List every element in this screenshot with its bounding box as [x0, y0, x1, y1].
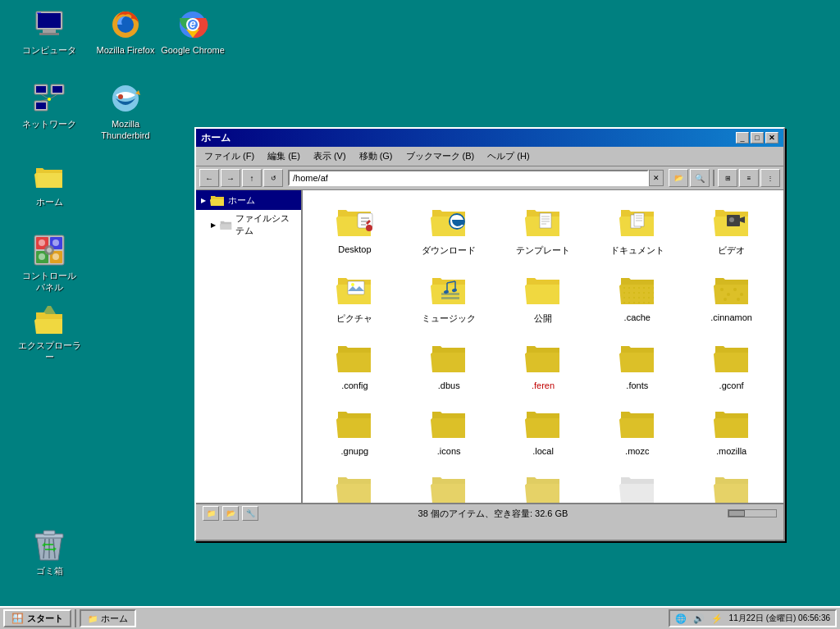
file-item-public[interactable]: 公開 [498, 265, 589, 330]
file-item-videos[interactable]: ビデオ [686, 197, 777, 262]
back-button[interactable]: ← [199, 169, 219, 187]
file-item-documents[interactable]: ドキュメント [591, 197, 682, 262]
file-name-gnupg: .gnupg [341, 446, 369, 456]
svg-point-70 [727, 293, 730, 296]
desktop-icon-trash[interactable]: ゴミ箱 [16, 529, 82, 577]
file-item-templates[interactable]: テンプレート [498, 197, 589, 262]
refresh-button[interactable]: ↺ [263, 169, 283, 187]
address-clear-button[interactable]: ✕ [649, 170, 664, 186]
status-btn-1[interactable]: 📁 [203, 506, 219, 521]
tray-sound-icon: 🔊 [693, 613, 705, 624]
menu-help[interactable]: ヘルプ (H) [482, 148, 534, 164]
file-area: Desktop ダウンロード [303, 190, 783, 503]
desktop-icon-firefox[interactable]: Mozilla Firefox [93, 8, 158, 56]
file-item-gnupg[interactable]: .gnupg [309, 399, 400, 461]
file-item-extra5[interactable] [686, 464, 777, 503]
desktop-icon-network[interactable]: ネットワーク [16, 82, 82, 130]
feren-folder-icon [523, 338, 563, 377]
svg-point-74 [737, 298, 740, 301]
taskbar-tray: 🌐 🔊 ⚡ 11月22日 (金曜日) 06:56:36 [669, 609, 837, 627]
svg-rect-46 [540, 213, 551, 228]
trash-label: ゴミ箱 [36, 565, 63, 577]
svg-rect-52 [634, 213, 644, 226]
file-item-desktop[interactable]: Desktop [309, 197, 400, 262]
file-item-music[interactable]: ミュージック [404, 265, 495, 330]
svg-rect-16 [36, 103, 46, 109]
file-name-config: .config [341, 381, 368, 390]
view-compact-button[interactable]: ⋮ [760, 169, 780, 187]
file-item-extra2[interactable] [404, 464, 495, 503]
file-item-pictures[interactable]: ピクチャ [309, 265, 400, 330]
desktop-icon-explorer[interactable]: エクスプローラー [16, 303, 82, 363]
menu-file[interactable]: ファイル (F) [199, 148, 259, 164]
sidebar-item-home[interactable]: ▶ ホーム [196, 190, 301, 210]
file-name-documents: ドキュメント [610, 244, 664, 257]
open-location-button[interactable]: 📂 [669, 169, 688, 187]
extra1-folder-icon [335, 469, 374, 503]
desktop-icon-computer[interactable]: コンピュータ [16, 8, 82, 56]
view-list-button[interactable]: ≡ [739, 169, 759, 187]
file-name-templates: テンプレート [516, 244, 570, 257]
desktop-icon-home[interactable]: ホーム [16, 160, 82, 207]
maximize-button[interactable]: □ [751, 132, 764, 144]
menu-bookmark[interactable]: ブックマーク (B) [401, 148, 480, 164]
statusbar-left: 📁 📂 🔧 [203, 506, 258, 521]
gconf-folder-icon [712, 338, 751, 377]
file-item-extra1[interactable] [309, 464, 400, 503]
svg-point-31 [39, 253, 45, 260]
scrollbar-track[interactable] [728, 509, 777, 517]
svg-point-34 [47, 248, 52, 253]
minimize-button[interactable]: _ [736, 132, 749, 144]
file-item-local[interactable]: .local [498, 399, 589, 461]
desktop-icon-thunderbird[interactable]: Mozilla Thunderbird [93, 82, 158, 142]
file-item-cinnamon[interactable]: .cinnamon [686, 265, 777, 330]
file-item-config[interactable]: .config [309, 333, 400, 395]
explorer-label: エクスプローラー [16, 340, 82, 363]
taskbar-home-button[interactable]: 📁 ホーム [80, 609, 136, 627]
public-folder-icon [523, 270, 563, 309]
status-btn-3[interactable]: 🔧 [242, 506, 258, 521]
file-item-extra4[interactable] [591, 464, 682, 503]
file-item-feren[interactable]: .feren [498, 333, 589, 395]
close-button[interactable]: ✕ [765, 132, 778, 144]
sidebar-item-filesystem[interactable]: ▶ ファイルシステム [196, 210, 301, 239]
file-item-mozc[interactable]: .mozc [591, 399, 682, 461]
desktop-icon-controlpanel[interactable]: コントロール パネル [16, 234, 82, 294]
desktop-icon-chrome[interactable]: e Google Chrome [160, 8, 226, 56]
address-input[interactable] [288, 170, 649, 186]
start-button[interactable]: 🪟 スタート [3, 609, 71, 627]
menu-edit[interactable]: 編集 (E) [262, 148, 305, 164]
taskbar-home-label: ホーム [101, 613, 128, 625]
trash-icon [33, 529, 66, 562]
search-button[interactable]: 🔍 [690, 169, 710, 187]
view-icons-button[interactable]: ⊞ [718, 169, 737, 187]
file-item-icons[interactable]: .icons [404, 399, 495, 461]
chrome-icon: e [176, 8, 209, 41]
menu-go[interactable]: 移動 (G) [354, 148, 398, 164]
svg-point-59 [351, 283, 354, 286]
local-folder-icon [523, 403, 563, 443]
file-item-cache[interactable]: .cache [591, 265, 682, 330]
forward-button[interactable]: → [221, 169, 240, 187]
svg-point-71 [733, 288, 737, 291]
scrollbar-thumb[interactable] [728, 510, 745, 517]
sidebar: ▶ ホーム ▶ ファイルシステム [196, 190, 303, 503]
config-folder-icon [335, 338, 374, 377]
file-item-download[interactable]: ダウンロード [404, 197, 495, 262]
svg-text:e: e [189, 17, 196, 30]
menu-view[interactable]: 表示 (V) [308, 148, 351, 164]
up-button[interactable]: ↑ [242, 169, 262, 187]
file-name-mozc: .mozc [625, 446, 649, 456]
network-icon [33, 82, 66, 115]
file-item-extra3[interactable] [498, 464, 589, 503]
file-item-dbus[interactable]: .dbus [404, 333, 495, 395]
controlpanel-label: コントロール パネル [16, 270, 82, 294]
status-btn-2[interactable]: 📂 [222, 506, 239, 521]
expand-arrow-fs: ▶ [211, 221, 216, 229]
file-item-mozilla[interactable]: .mozilla [686, 399, 777, 461]
thunderbird-label: Mozilla Thunderbird [93, 118, 158, 142]
music-folder-icon [429, 270, 468, 309]
pictures-folder-icon [335, 270, 374, 309]
file-item-fonts[interactable]: .fonts [591, 333, 682, 395]
file-item-gconf[interactable]: .gconf [686, 333, 777, 395]
